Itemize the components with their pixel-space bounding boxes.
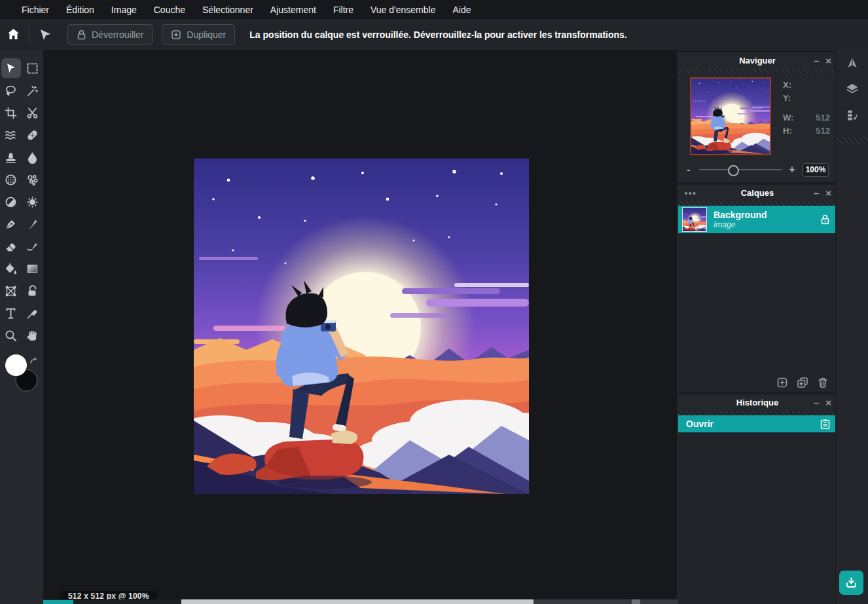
w-label: W: bbox=[783, 113, 801, 123]
move-tool-icon[interactable] bbox=[1, 58, 21, 78]
layer-row-background[interactable]: Background Image bbox=[678, 206, 837, 233]
close-icon[interactable]: × bbox=[825, 188, 831, 198]
layer-name: Background bbox=[714, 210, 820, 220]
pen-tool-icon[interactable] bbox=[1, 214, 21, 234]
tool-palette bbox=[0, 50, 43, 604]
add-layer-icon[interactable] bbox=[776, 377, 788, 388]
menu-fichier[interactable]: Fichier bbox=[13, 5, 58, 15]
menu-couche[interactable]: Couche bbox=[145, 5, 194, 15]
sphere-warp-tool-icon[interactable] bbox=[1, 170, 21, 189]
menu-ajustement[interactable]: Ajustement bbox=[262, 5, 325, 15]
layers-panel-buttons bbox=[678, 373, 837, 392]
zoom-value-input[interactable]: 100% bbox=[803, 163, 829, 177]
minimize-icon[interactable]: – bbox=[814, 398, 819, 407]
brush-tool-icon[interactable] bbox=[23, 214, 43, 234]
menu-aide[interactable]: Aide bbox=[444, 5, 479, 15]
navigator-strip-icon[interactable] bbox=[836, 50, 868, 76]
eraser-tool-icon[interactable] bbox=[1, 236, 21, 256]
menu-filtre[interactable]: Filtre bbox=[325, 5, 362, 15]
history-entry-icon bbox=[820, 419, 831, 430]
navigator-panel: Naviguer – × X: Y: W:512 H:512 - bbox=[678, 52, 837, 182]
layer-thumbnail[interactable] bbox=[682, 207, 707, 232]
dodge-burn-tool-icon[interactable] bbox=[1, 192, 21, 212]
zoom-out-button[interactable]: - bbox=[683, 164, 694, 176]
move-tool-indicator-icon[interactable] bbox=[37, 27, 53, 43]
gradient-tool-icon[interactable] bbox=[23, 259, 43, 278]
unlock-button-label: Déverrouiller bbox=[92, 29, 143, 40]
sharpen-tool-icon[interactable] bbox=[23, 192, 43, 212]
duplicate-layer-icon[interactable] bbox=[797, 377, 808, 388]
minimize-icon[interactable]: – bbox=[814, 56, 819, 66]
canvas-document[interactable] bbox=[194, 159, 529, 494]
canvas-area[interactable]: 512 x 512 px @ 100% bbox=[43, 50, 678, 604]
history-entry-label: Ouvrir bbox=[686, 419, 820, 429]
menu-selectionner[interactable]: Sélectionner bbox=[194, 5, 262, 15]
foreground-color-swatch[interactable] bbox=[5, 354, 27, 376]
panel-menu-icon[interactable]: ••• bbox=[685, 189, 697, 198]
horizontal-scrollbar[interactable] bbox=[43, 599, 678, 604]
duplicate-icon bbox=[171, 29, 181, 40]
layer-lock-icon[interactable] bbox=[820, 214, 830, 225]
panel-grip bbox=[678, 411, 837, 415]
blur-tool-icon[interactable] bbox=[23, 147, 43, 167]
clone-stamp-tool-icon[interactable] bbox=[1, 147, 21, 167]
menu-edition[interactable]: Édition bbox=[58, 5, 103, 15]
mixer-brush-tool-icon[interactable] bbox=[23, 236, 43, 256]
layer-type: Image bbox=[714, 220, 820, 229]
options-toolbar: Déverrouiller Dupliquer La position du c… bbox=[0, 19, 868, 50]
history-strip-icon[interactable] bbox=[836, 102, 868, 128]
duplicate-button[interactable]: Dupliquer bbox=[162, 24, 235, 45]
lasso-tool-icon[interactable] bbox=[1, 81, 21, 100]
shape-tool-icon[interactable] bbox=[23, 281, 43, 301]
navigator-panel-header[interactable]: Naviguer – × bbox=[678, 52, 837, 69]
zoom-tool-icon[interactable] bbox=[1, 326, 21, 345]
magic-wand-tool-icon[interactable] bbox=[23, 81, 43, 100]
layers-strip-icon[interactable] bbox=[836, 76, 868, 102]
close-icon[interactable]: × bbox=[825, 56, 831, 66]
layers-panel-title: Calques bbox=[678, 188, 837, 198]
history-panel-header[interactable]: Historique – × bbox=[678, 394, 837, 411]
strip-grip bbox=[836, 138, 868, 143]
menu-image[interactable]: Image bbox=[103, 5, 145, 15]
paint-bucket-tool-icon[interactable] bbox=[1, 259, 21, 278]
history-entry-ouvrir[interactable]: Ouvrir bbox=[678, 415, 837, 432]
free-transform-tool-icon[interactable] bbox=[1, 281, 21, 301]
zoom-in-button[interactable]: + bbox=[787, 164, 797, 176]
close-icon[interactable]: × bbox=[825, 398, 831, 407]
w-value: 512 bbox=[801, 113, 830, 123]
healing-brush-tool-icon[interactable] bbox=[23, 125, 43, 145]
liquify-tool-icon[interactable] bbox=[1, 125, 21, 145]
layer-meta: Background Image bbox=[714, 210, 820, 229]
side-strip bbox=[835, 50, 868, 604]
hand-tool-icon[interactable] bbox=[23, 326, 43, 345]
panel-column: Naviguer – × X: Y: W:512 H:512 - bbox=[678, 50, 837, 604]
h-label: H: bbox=[783, 126, 801, 136]
eyedropper-tool-icon[interactable] bbox=[23, 303, 43, 323]
layers-panel-header[interactable]: ••• Calques – × bbox=[678, 185, 837, 201]
unlock-button[interactable]: Déverrouiller bbox=[67, 24, 153, 45]
h-value: 512 bbox=[801, 126, 830, 136]
particles-tool-icon[interactable] bbox=[23, 170, 43, 189]
navigator-thumbnail-image bbox=[691, 79, 770, 154]
swap-colors-icon[interactable] bbox=[29, 356, 39, 366]
menu-vue-densemble[interactable]: Vue d'ensemble bbox=[362, 5, 444, 15]
duplicate-button-label: Dupliquer bbox=[187, 29, 226, 40]
minimize-icon[interactable]: – bbox=[814, 188, 819, 198]
color-swatches bbox=[0, 354, 43, 396]
zoom-slider-knob[interactable] bbox=[728, 165, 739, 176]
navigator-panel-title: Naviguer bbox=[678, 56, 837, 66]
text-tool-icon[interactable] bbox=[1, 303, 21, 323]
scrollbar-thumb[interactable] bbox=[181, 599, 533, 604]
crop-tool-icon[interactable] bbox=[1, 103, 21, 123]
navigator-zoom-row: - + 100% bbox=[678, 160, 837, 179]
export-button[interactable] bbox=[839, 571, 863, 595]
x-label: X: bbox=[783, 80, 801, 90]
delete-layer-icon[interactable] bbox=[817, 377, 829, 388]
navigator-zoom-slider[interactable] bbox=[699, 169, 782, 170]
home-icon[interactable] bbox=[5, 27, 21, 43]
layers-panel-body[interactable] bbox=[678, 233, 837, 373]
history-panel-body[interactable] bbox=[678, 432, 837, 604]
slice-tool-icon[interactable] bbox=[23, 103, 43, 123]
navigator-thumbnail[interactable] bbox=[690, 77, 771, 155]
marquee-select-tool-icon[interactable] bbox=[23, 58, 43, 78]
